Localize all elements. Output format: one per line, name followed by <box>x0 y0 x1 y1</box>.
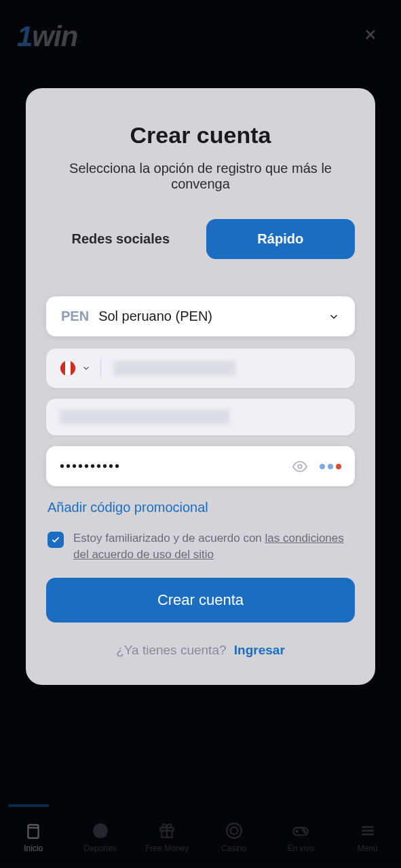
strength-dot <box>336 464 341 469</box>
svg-point-0 <box>298 465 302 469</box>
registration-tabs: Redes sociales Rápido <box>26 219 375 259</box>
promo-code-link[interactable]: Añadir código promocional <box>46 500 355 515</box>
password-strength <box>320 464 341 469</box>
email-value-redacted <box>60 410 229 425</box>
modal-title: Crear cuenta <box>26 122 375 149</box>
terms-text: Estoy familiarizado y de acuerdo con las… <box>73 530 355 563</box>
create-account-button[interactable]: Crear cuenta <box>46 578 355 623</box>
form-section: PEN Sol peruano (PEN) •••••••••• <box>26 296 375 658</box>
eye-icon[interactable] <box>292 459 307 474</box>
currency-code: PEN <box>61 309 89 324</box>
password-input[interactable]: •••••••••• <box>46 446 355 486</box>
chevron-down-icon <box>328 311 340 323</box>
terms-row: Estoy familiarizado y de acuerdo con las… <box>46 530 355 563</box>
check-icon <box>51 535 60 545</box>
login-prompt: ¿Ya tienes cuenta? <box>116 643 226 657</box>
country-flag-peru <box>60 360 76 376</box>
currency-name: Sol peruano (PEN) <box>98 309 328 324</box>
tab-social[interactable]: Redes sociales <box>46 219 195 259</box>
strength-dot <box>328 464 333 469</box>
chevron-down-icon <box>81 363 91 373</box>
login-link[interactable]: Ingresar <box>234 643 285 657</box>
divider <box>100 359 101 377</box>
password-mask: •••••••••• <box>60 458 292 474</box>
terms-checkbox[interactable] <box>47 532 64 548</box>
signup-modal: Crear cuenta Selecciona la opción de reg… <box>26 88 375 685</box>
strength-dot <box>320 464 325 469</box>
modal-subtitle: Selecciona la opción de registro que más… <box>26 161 375 192</box>
phone-input[interactable] <box>46 349 355 388</box>
phone-value-redacted <box>113 361 235 376</box>
login-row: ¿Ya tienes cuenta? Ingresar <box>46 643 355 658</box>
email-input[interactable] <box>46 399 355 435</box>
currency-select[interactable]: PEN Sol peruano (PEN) <box>46 296 355 336</box>
tab-quick[interactable]: Rápido <box>206 219 356 259</box>
terms-prefix: Estoy familiarizado y de acuerdo con <box>73 532 265 545</box>
